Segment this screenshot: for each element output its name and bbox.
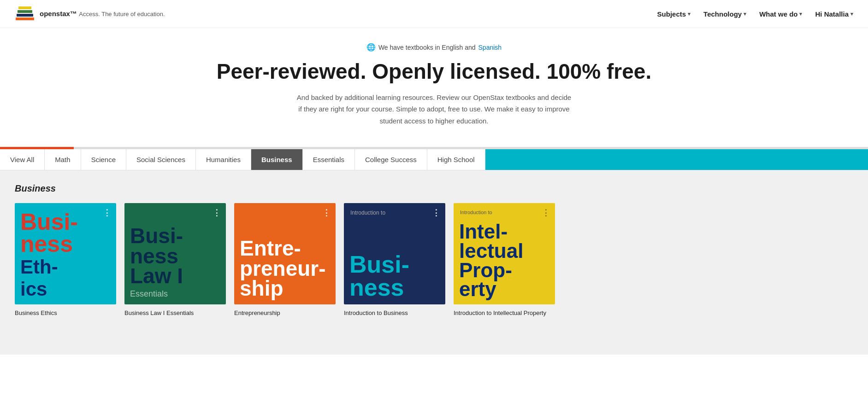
book-label: Business Law I Essentials: [124, 309, 226, 317]
logo-brand: openstax™: [40, 10, 77, 17]
book-cover-text: Busi-ness Eth-ics: [20, 211, 111, 299]
book-label: Business Ethics: [15, 309, 116, 317]
main-nav: Subjects ▾ Technology ▾ What we do ▾ Hi …: [657, 10, 853, 18]
subjects-nav[interactable]: Subjects ▾: [657, 10, 691, 18]
book-label: Entrepreneurship: [234, 309, 336, 317]
tab-math[interactable]: Math: [45, 149, 81, 170]
technology-nav[interactable]: Technology ▾: [703, 10, 746, 18]
book-card-business-ethics[interactable]: ⋮ Busi-ness Eth-ics Business Ethics: [15, 203, 116, 317]
subject-tabs: View All Math Science Social Sciences Hu…: [0, 149, 868, 170]
language-bar: 🌐 We have textbooks in English and Spani…: [9, 43, 859, 52]
book-menu-icon[interactable]: ⋮: [213, 208, 221, 218]
what-we-do-chevron-icon: ▾: [799, 11, 802, 17]
book-cover-text: Busi-ness: [349, 253, 440, 299]
tab-view-all[interactable]: View All: [0, 149, 45, 170]
site-header: openstax™ Access. The future of educatio…: [0, 0, 868, 28]
svg-rect-0: [16, 17, 34, 20]
book-card-entrepreneurship[interactable]: ⋮ Entre-preneur-ship Entrepreneurship: [234, 203, 336, 317]
book-cover-text: Entre-preneur-ship: [240, 239, 330, 299]
book-menu-icon[interactable]: ⋮: [322, 208, 331, 218]
book-menu-icon[interactable]: ⋮: [432, 208, 441, 218]
svg-rect-2: [18, 10, 32, 13]
openstax-logo-icon: [15, 6, 35, 22]
logo-text-area: openstax™ Access. The future of educatio…: [40, 10, 165, 18]
book-cover-text: Intel-lectualProp-erty: [459, 222, 549, 299]
technology-chevron-icon: ▾: [744, 11, 746, 17]
spanish-link[interactable]: Spanish: [478, 44, 502, 51]
tab-high-school[interactable]: High School: [427, 149, 485, 170]
svg-rect-3: [18, 6, 31, 9]
globe-icon: 🌐: [366, 43, 376, 52]
logo-tagline: Access. The future of education.: [79, 11, 165, 17]
book-menu-icon[interactable]: ⋮: [542, 208, 550, 218]
books-grid: ⋮ Busi-ness Eth-ics Business Ethics ⋮: [15, 203, 853, 317]
user-chevron-icon: ▾: [850, 11, 853, 17]
tab-college-success[interactable]: College Success: [355, 149, 427, 170]
tab-cyan-accent: [485, 149, 868, 170]
hero-title: Peer-reviewed. Openly licensed. 100% fre…: [9, 60, 859, 83]
tab-social-sciences[interactable]: Social Sciences: [126, 149, 196, 170]
book-card-business-law[interactable]: ⋮ Busi-nessLaw I Essentials Business Law…: [124, 203, 226, 317]
tab-humanities[interactable]: Humanities: [196, 149, 251, 170]
section-title: Business: [15, 183, 853, 194]
what-we-do-nav[interactable]: What we do ▾: [759, 10, 802, 18]
subjects-chevron-icon: ▾: [688, 11, 691, 17]
tab-business[interactable]: Business: [251, 149, 303, 170]
book-label: Introduction to Intellectual Property: [454, 309, 555, 317]
book-cover-text: Busi-nessLaw I Essentials: [130, 226, 220, 299]
content-area: Business ⋮ Busi-ness Eth-ics Business Et…: [0, 170, 868, 355]
intro-label: Introduction to: [460, 210, 492, 215]
hero-section: 🌐 We have textbooks in English and Spani…: [0, 28, 868, 136]
logo-area: openstax™ Access. The future of educatio…: [15, 6, 165, 22]
tab-essentials[interactable]: Essentials: [303, 149, 355, 170]
book-label: Introduction to Business: [344, 309, 445, 317]
book-card-intellectual-property[interactable]: ⋮ Introduction to Intel-lectualProp-erty…: [454, 203, 555, 317]
svg-rect-1: [17, 14, 33, 17]
tab-science[interactable]: Science: [81, 149, 126, 170]
user-nav[interactable]: Hi Natallia ▾: [815, 10, 853, 18]
intro-label: Introduction to: [350, 210, 385, 216]
book-card-intro-business[interactable]: ⋮ Introduction to Busi-ness Introduction…: [344, 203, 445, 317]
book-menu-icon[interactable]: ⋮: [103, 208, 112, 218]
hero-subtitle: And backed by additional learning resour…: [296, 92, 573, 127]
